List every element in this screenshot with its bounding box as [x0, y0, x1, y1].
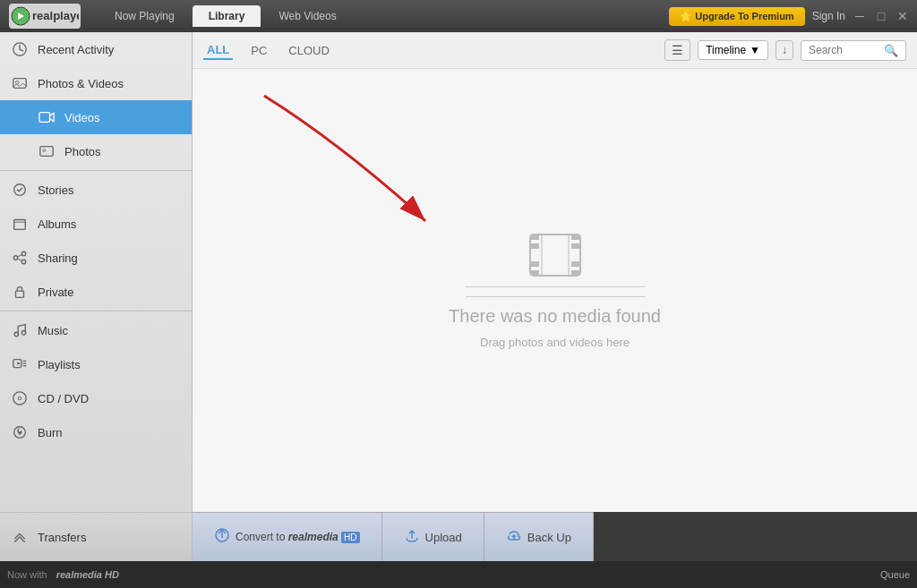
filter-tab-cloud[interactable]: CLOUD — [285, 42, 333, 59]
burn-icon — [11, 423, 29, 441]
recent-activity-icon — [11, 40, 29, 58]
titlebar-right: ⭐ Upgrade To Premium Sign In ─ □ ✕ — [669, 7, 917, 26]
sidebar-divider-1 — [0, 170, 192, 171]
main-layout: Recent Activity Photos & Videos Videos P… — [0, 32, 917, 512]
svg-rect-17 — [16, 291, 24, 297]
transfers-bottom-section: Transfers Convert to realmedia HD Upload… — [0, 512, 917, 561]
sidebar-label-transfers: Transfers — [38, 531, 86, 544]
sidebar-item-cddvd[interactable]: CD / DVD — [0, 381, 192, 415]
sort-chevron-icon: ▼ — [750, 44, 760, 56]
svg-rect-10 — [14, 220, 26, 230]
backup-icon — [506, 527, 522, 547]
sidebar-item-videos[interactable]: Videos — [0, 100, 192, 134]
svg-point-25 — [13, 392, 26, 405]
sidebar-divider-2 — [0, 311, 192, 311]
player-status-bar: Now with realmedia HD Queue — [0, 561, 917, 588]
sharing-icon — [11, 249, 29, 267]
now-playing-brand: realmedia HD — [56, 569, 119, 580]
toolbar-right: ☰ Timeline ▼ ↓ 🔍 — [664, 39, 906, 61]
upload-button[interactable]: Upload — [382, 513, 484, 561]
backup-label: Back Up — [527, 531, 571, 544]
sidebar-item-photos[interactable]: Photos — [0, 134, 192, 168]
stories-icon — [11, 181, 29, 199]
svg-rect-7 — [40, 147, 53, 157]
svg-text:realplayer: realplayer — [32, 9, 79, 22]
svg-rect-36 — [530, 261, 539, 267]
sidebar-item-music[interactable]: Music — [0, 313, 192, 347]
sidebar-item-recent-activity[interactable]: Recent Activity — [0, 32, 192, 66]
maximize-button[interactable]: □ — [874, 9, 888, 23]
sort-dropdown[interactable]: Timeline ▼ — [698, 40, 768, 60]
upgrade-button[interactable]: ⭐ Upgrade To Premium — [669, 7, 804, 26]
sidebar-label-cddvd: CD / DVD — [38, 392, 89, 405]
filter-tab-pc[interactable]: PC — [247, 42, 270, 59]
sidebar-label-recent-activity: Recent Activity — [38, 43, 114, 56]
music-icon — [11, 321, 29, 339]
svg-point-19 — [21, 330, 26, 335]
svg-rect-32 — [530, 270, 539, 276]
view-mode-button[interactable]: ☰ — [664, 39, 690, 61]
sidebar-label-playlists: Playlists — [38, 358, 81, 371]
sidebar-item-photos-videos[interactable]: Photos & Videos — [0, 66, 192, 100]
svg-point-18 — [14, 332, 19, 337]
tab-library[interactable]: Library — [193, 5, 261, 27]
tab-web-videos[interactable]: Web Videos — [262, 5, 352, 27]
titlebar: realplayer Now Playing Library Web Video… — [0, 0, 917, 32]
playlists-icon — [11, 355, 29, 373]
photos-icon — [38, 142, 56, 160]
nav-tabs: Now Playing Library Web Videos — [90, 5, 669, 27]
bottom-action-bar: Convert to realmedia HD Upload Back Up — [193, 512, 594, 561]
convert-button[interactable]: Convert to realmedia HD — [193, 513, 382, 561]
content-body: There was no media found Drag photos and… — [193, 69, 917, 512]
signin-button[interactable]: Sign In — [812, 10, 845, 22]
convert-icon — [214, 527, 230, 547]
sidebar-label-burn: Burn — [38, 426, 62, 439]
now-playing-prefix: Now with — [7, 569, 47, 580]
sidebar-label-private: Private — [38, 285, 73, 299]
svg-rect-30 — [530, 234, 539, 240]
sidebar-label-music: Music — [38, 324, 68, 337]
cddvd-icon — [11, 389, 29, 407]
transfers-sidebar: Transfers — [0, 512, 193, 561]
svg-rect-33 — [571, 270, 580, 276]
sidebar-label-albums: Albums — [38, 217, 76, 231]
film-icon — [528, 233, 582, 277]
transfers-icon — [11, 528, 29, 546]
sidebar-item-private[interactable]: Private — [0, 275, 192, 309]
sidebar-label-videos: Videos — [64, 111, 100, 124]
minimize-button[interactable]: ─ — [853, 9, 867, 23]
svg-point-26 — [18, 396, 21, 400]
private-icon — [11, 283, 29, 301]
sidebar-item-stories[interactable]: Stories — [0, 173, 192, 207]
svg-rect-37 — [571, 261, 580, 267]
queue-label[interactable]: Queue — [880, 569, 910, 580]
sort-direction-button[interactable]: ↓ — [776, 40, 793, 60]
sidebar-item-transfers[interactable]: Transfers — [0, 520, 192, 554]
search-input[interactable] — [809, 44, 880, 56]
upload-label: Upload — [425, 531, 462, 544]
backup-button[interactable]: Back Up — [484, 513, 594, 561]
videos-icon — [38, 108, 56, 126]
sidebar-item-albums[interactable]: Albums — [0, 207, 192, 241]
albums-icon — [11, 215, 29, 233]
svg-rect-34 — [530, 243, 539, 249]
convert-label: Convert to realmedia HD — [236, 531, 360, 543]
svg-line-15 — [18, 254, 22, 257]
separator — [466, 296, 645, 297]
svg-rect-29 — [530, 234, 580, 276]
sidebar-item-burn[interactable]: Burn — [0, 415, 192, 449]
svg-line-16 — [18, 259, 22, 261]
svg-point-8 — [43, 149, 46, 152]
filter-tab-all[interactable]: ALL — [203, 41, 233, 60]
search-box: 🔍 — [801, 40, 906, 61]
svg-marker-21 — [17, 362, 21, 365]
tab-now-playing[interactable]: Now Playing — [99, 5, 191, 27]
sidebar-item-playlists[interactable]: Playlists — [0, 347, 192, 381]
no-media-title: There was no media found — [449, 306, 661, 327]
sidebar-item-sharing[interactable]: Sharing — [0, 241, 192, 275]
photos-videos-icon — [11, 74, 29, 92]
content-toolbar: ALL PC CLOUD ☰ Timeline ▼ ↓ 🔍 — [193, 32, 917, 69]
upload-icon — [404, 527, 420, 547]
close-button[interactable]: ✕ — [896, 9, 910, 23]
sort-label: Timeline — [706, 44, 746, 56]
